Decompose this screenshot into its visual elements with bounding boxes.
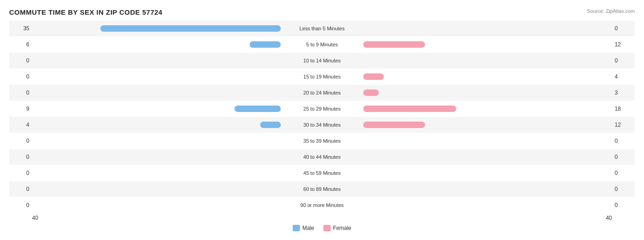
female-bar-wrap <box>363 186 612 192</box>
female-value: 0 <box>612 170 635 176</box>
male-bar-wrap <box>32 154 281 160</box>
male-value: 0 <box>9 154 32 160</box>
bar-row: 20 to 24 Minutes <box>32 89 612 96</box>
chart-title: COMMUTE TIME BY SEX IN ZIP CODE 57724 <box>9 8 635 16</box>
male-bar-wrap <box>32 122 281 128</box>
legend-male: Male <box>293 225 314 231</box>
row-label: 5 to 9 Minutes <box>306 42 338 47</box>
female-value: 12 <box>612 122 635 128</box>
table-row: 0 15 to 19 Minutes 4 <box>9 69 635 84</box>
legend-female-label: Female <box>333 225 351 231</box>
male-bar-wrap <box>32 106 281 112</box>
male-value: 0 <box>9 73 32 80</box>
row-label: 25 to 29 Minutes <box>303 106 340 112</box>
female-bar-wrap <box>363 57 612 64</box>
axis-max: 40 <box>606 215 612 221</box>
row-label: 40 to 44 Minutes <box>303 154 340 160</box>
row-label: 30 to 34 Minutes <box>303 122 340 128</box>
female-value: 0 <box>612 154 635 160</box>
female-value: 0 <box>612 138 635 144</box>
row-label: 90 or more Minutes <box>300 202 344 208</box>
male-bar-wrap <box>32 73 281 80</box>
male-bar <box>100 25 281 32</box>
male-bar <box>235 106 281 112</box>
table-row: 0 90 or more Minutes 0 <box>9 197 635 213</box>
chart-container: COMMUTE TIME BY SEX IN ZIP CODE 57724 So… <box>0 0 644 240</box>
table-row: 0 20 to 24 Minutes 3 <box>9 85 635 100</box>
male-bar-wrap <box>32 186 281 192</box>
table-row: 0 45 to 59 Minutes 0 <box>9 165 635 181</box>
bar-row: 90 or more Minutes <box>32 201 612 209</box>
female-value: 18 <box>612 106 635 112</box>
female-value: 4 <box>612 73 635 80</box>
bar-row: 10 to 14 Minutes <box>32 57 612 64</box>
bars-section: 30 to 34 Minutes <box>32 117 612 133</box>
bar-row: 25 to 29 Minutes <box>32 105 612 112</box>
legend-male-box <box>293 225 300 231</box>
female-bar-wrap <box>363 25 612 32</box>
row-label: 60 to 89 Minutes <box>303 186 340 192</box>
bar-row: 15 to 19 Minutes <box>32 73 612 80</box>
legend-female: Female <box>323 225 351 231</box>
female-bar <box>363 73 384 80</box>
table-row: 6 5 to 9 Minutes 12 <box>9 37 635 52</box>
bar-row: 45 to 59 Minutes <box>32 169 612 177</box>
table-row: 0 40 to 44 Minutes 0 <box>9 149 635 165</box>
male-value: 6 <box>9 41 32 48</box>
bars-section: 45 to 59 Minutes <box>32 165 612 181</box>
table-row: 0 60 to 89 Minutes 0 <box>9 181 635 197</box>
female-bar-wrap <box>363 73 612 80</box>
bar-row: 40 to 44 Minutes <box>32 153 612 161</box>
male-value: 0 <box>9 138 32 144</box>
female-value: 0 <box>612 57 635 64</box>
bars-section: 60 to 89 Minutes <box>32 181 612 197</box>
male-value: 9 <box>9 106 32 112</box>
male-bar <box>260 122 281 128</box>
female-bar-wrap <box>363 154 612 160</box>
bar-row: 60 to 89 Minutes <box>32 185 612 193</box>
male-bar-wrap <box>32 138 281 144</box>
axis-labels: 40 40 <box>9 215 635 221</box>
male-bar-wrap <box>32 57 281 64</box>
female-value: 3 <box>612 89 635 96</box>
row-label: Less than 5 Minutes <box>300 26 344 31</box>
legend: Male Female <box>9 225 635 231</box>
male-bar <box>250 41 281 48</box>
bar-row: 35 to 39 Minutes <box>32 137 612 145</box>
bars-section: 20 to 24 Minutes <box>32 85 612 100</box>
female-bar <box>363 89 379 96</box>
bars-section: 15 to 19 Minutes <box>32 69 612 84</box>
row-label: 10 to 14 Minutes <box>303 58 340 63</box>
bar-row: Less than 5 Minutes <box>32 25 612 32</box>
bars-section: 40 to 44 Minutes <box>32 149 612 165</box>
bars-section: Less than 5 Minutes <box>32 21 612 36</box>
female-value: 0 <box>612 186 635 192</box>
table-row: 4 30 to 34 Minutes 12 <box>9 117 635 133</box>
bar-row: 30 to 34 Minutes <box>32 121 612 128</box>
table-row: 9 25 to 29 Minutes 18 <box>9 101 635 117</box>
male-bar-wrap <box>32 202 281 208</box>
male-value: 0 <box>9 186 32 192</box>
female-bar-wrap <box>363 106 612 112</box>
row-label: 20 to 24 Minutes <box>303 90 340 95</box>
female-value: 0 <box>612 202 635 208</box>
male-bar-wrap <box>32 41 281 48</box>
row-label: 45 to 59 Minutes <box>303 170 340 176</box>
bar-row: 5 to 9 Minutes <box>32 41 612 48</box>
source-label: Source: ZipAtlas.com <box>587 8 635 14</box>
female-bar <box>363 106 456 112</box>
female-bar-wrap <box>363 41 612 48</box>
row-label: 15 to 19 Minutes <box>303 74 340 79</box>
male-value: 35 <box>9 25 32 32</box>
bars-section: 10 to 14 Minutes <box>32 53 612 68</box>
female-value: 12 <box>612 41 635 48</box>
male-value: 0 <box>9 170 32 176</box>
bars-section: 25 to 29 Minutes <box>32 101 612 117</box>
female-value: 0 <box>612 25 635 32</box>
legend-male-label: Male <box>302 225 314 231</box>
male-bar-wrap <box>32 170 281 176</box>
female-bar <box>363 41 425 48</box>
female-bar-wrap <box>363 138 612 144</box>
male-bar-wrap <box>32 89 281 96</box>
male-value: 0 <box>9 202 32 208</box>
